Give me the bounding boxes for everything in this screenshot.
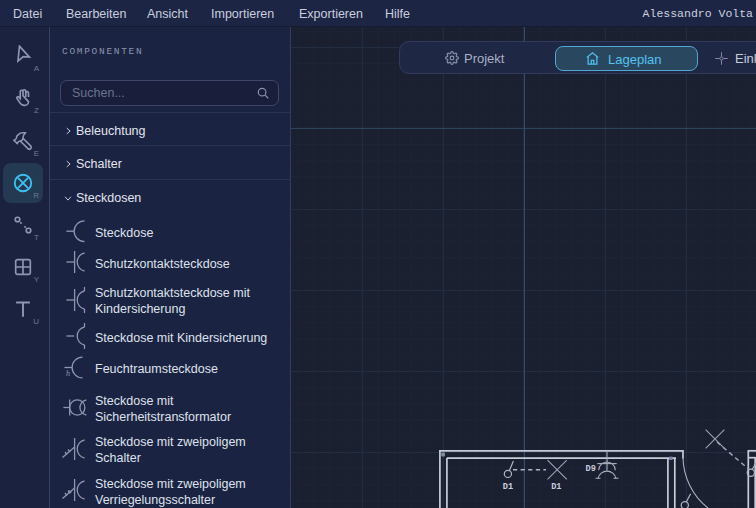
svg-text:h: h xyxy=(66,369,70,378)
svg-text:D9: D9 xyxy=(586,464,596,474)
svg-text:D1: D1 xyxy=(503,482,513,492)
svg-text:D1: D1 xyxy=(551,482,561,492)
